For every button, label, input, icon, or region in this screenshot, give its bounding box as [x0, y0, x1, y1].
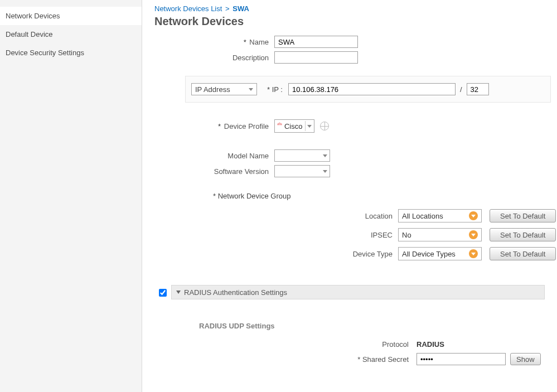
sidebar-item-label: Default Device	[6, 30, 53, 38]
location-label: Location	[311, 212, 398, 220]
radius-udp-settings-header: RADIUS UDP Settings	[199, 322, 545, 330]
device-profile-label: * Device Profile	[154, 122, 274, 130]
breadcrumb-sep: >	[224, 4, 231, 13]
ipsec-set-default-button[interactable]: Set To Default	[490, 228, 556, 241]
protocol-value: RADIUS	[416, 340, 444, 349]
radius-enable-checkbox[interactable]	[159, 289, 167, 297]
breadcrumb: Network Devices List > SWA	[154, 4, 557, 15]
chevron-down-icon	[249, 88, 253, 91]
ip-mask-input[interactable]	[467, 83, 489, 95]
chevron-down-icon	[323, 154, 327, 157]
radius-accordion-title: RADIUS Authentication Settings	[184, 288, 287, 297]
software-version-select[interactable]	[274, 165, 330, 177]
location-value: All Locations	[402, 212, 443, 220]
chevron-down-icon	[323, 170, 327, 173]
page-title: Network Devices	[154, 15, 557, 28]
triangle-down-icon	[176, 291, 181, 294]
location-select[interactable]: All Locations	[398, 209, 482, 222]
chevron-down-icon	[469, 249, 478, 258]
ip-type-value: IP Address	[195, 85, 230, 94]
radius-accordion-header[interactable]: RADIUS Authentication Settings	[171, 285, 545, 299]
model-name-label: Model Name	[154, 152, 274, 160]
ip-address-bar: IP Address * IP : /	[185, 76, 551, 103]
device-type-set-default-button[interactable]: Set To Default	[490, 247, 556, 260]
device-profile-select[interactable]: Cisco	[274, 119, 314, 133]
shared-secret-input[interactable]	[416, 353, 506, 365]
shared-secret-label: * Shared Secret	[357, 355, 416, 364]
ipsec-label: IPSEC	[311, 231, 398, 239]
sidebar: Network Devices Default Device Device Se…	[0, 0, 142, 392]
device-type-select[interactable]: All Device Types	[398, 247, 482, 260]
ip-address-input[interactable]	[288, 83, 456, 95]
sidebar-item-label: Network Devices	[6, 12, 60, 20]
description-input[interactable]	[274, 51, 358, 64]
ip-field-label: * IP :	[267, 85, 283, 94]
cisco-logo-icon	[277, 122, 282, 130]
globe-icon[interactable]	[320, 122, 329, 130]
ipsec-value: No	[402, 231, 411, 239]
device-type-label: Device Type	[311, 250, 398, 258]
breadcrumb-parent[interactable]: Network Devices List	[154, 4, 222, 13]
breadcrumb-current[interactable]: SWA	[233, 4, 249, 13]
ip-type-select[interactable]: IP Address	[191, 83, 257, 95]
chevron-down-icon	[469, 230, 478, 239]
sidebar-item-device-security-settings[interactable]: Device Security Settings	[0, 43, 142, 62]
chevron-down-icon	[307, 125, 312, 128]
chevron-down-icon	[469, 211, 478, 220]
network-device-group-header: * Network Device Group	[213, 192, 557, 200]
device-type-value: All Device Types	[402, 250, 456, 258]
model-name-select[interactable]	[274, 149, 330, 162]
software-version-label: Software Version	[154, 167, 274, 176]
name-input[interactable]	[274, 36, 358, 48]
sidebar-item-default-device[interactable]: Default Device	[0, 25, 142, 43]
sidebar-item-network-devices[interactable]: Network Devices	[0, 7, 142, 25]
name-label: * Name	[154, 38, 274, 46]
show-secret-button[interactable]: Show	[510, 353, 541, 365]
description-label: Description	[154, 54, 274, 62]
device-profile-value: Cisco	[284, 122, 303, 130]
protocol-label: Protocol	[382, 340, 416, 349]
location-set-default-button[interactable]: Set To Default	[490, 209, 556, 222]
main-content: Network Devices List > SWA Network Devic…	[142, 0, 557, 392]
ip-mask-separator: /	[460, 85, 462, 94]
ipsec-select[interactable]: No	[398, 228, 482, 241]
sidebar-item-label: Device Security Settings	[6, 49, 84, 57]
